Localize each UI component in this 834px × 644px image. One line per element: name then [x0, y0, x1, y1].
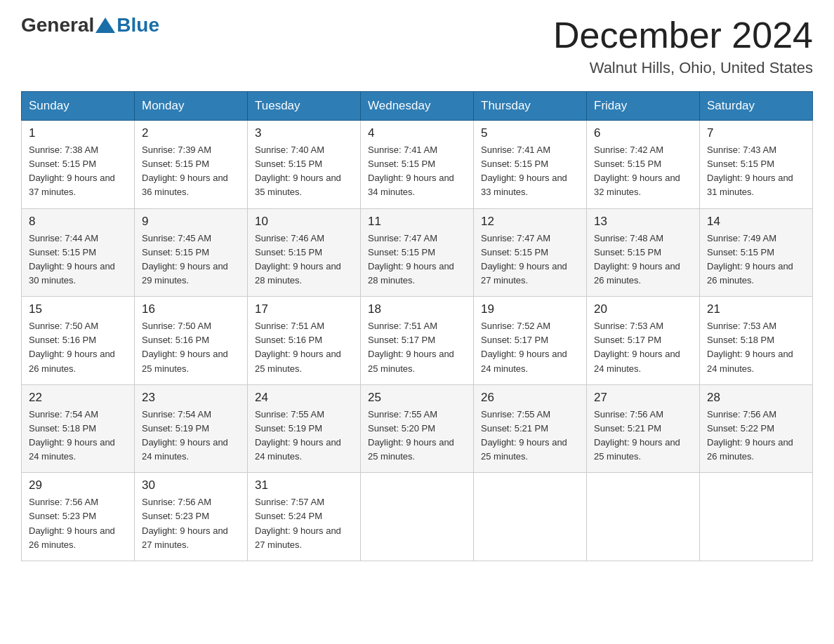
day-number: 23 — [142, 391, 240, 405]
day-number: 17 — [255, 302, 353, 316]
calendar-cell: 18 Sunrise: 7:51 AMSunset: 5:17 PMDaylig… — [361, 297, 474, 385]
location-title: Walnut Hills, Ohio, United States — [553, 59, 813, 77]
calendar-cell: 3 Sunrise: 7:40 AMSunset: 5:15 PMDayligh… — [248, 121, 361, 209]
calendar-cell: 31 Sunrise: 7:57 AMSunset: 5:24 PMDaylig… — [248, 473, 361, 561]
day-number: 20 — [594, 302, 692, 316]
logo-blue-text: Blue — [117, 14, 159, 36]
day-number: 9 — [142, 215, 240, 229]
day-number: 30 — [142, 478, 240, 492]
calendar-cell: 10 Sunrise: 7:46 AMSunset: 5:15 PMDaylig… — [248, 208, 361, 297]
month-title: December 2024 — [553, 14, 813, 56]
logo-general-text: General — [21, 14, 94, 36]
calendar-week-row: 29 Sunrise: 7:56 AMSunset: 5:23 PMDaylig… — [22, 473, 813, 561]
calendar-cell: 17 Sunrise: 7:51 AMSunset: 5:16 PMDaylig… — [248, 297, 361, 385]
calendar-title-area: December 2024 Walnut Hills, Ohio, United… — [553, 14, 813, 77]
day-header-saturday: Saturday — [700, 92, 813, 121]
calendar-week-row: 8 Sunrise: 7:44 AMSunset: 5:15 PMDayligh… — [22, 208, 813, 297]
logo: General Blue — [21, 14, 159, 36]
day-number: 11 — [368, 215, 466, 229]
day-number: 2 — [142, 126, 240, 140]
day-number: 25 — [368, 391, 466, 405]
calendar-cell: 22 Sunrise: 7:54 AMSunset: 5:18 PMDaylig… — [22, 384, 135, 473]
day-number: 21 — [707, 302, 805, 316]
day-number: 3 — [255, 126, 353, 140]
day-number: 15 — [29, 302, 127, 316]
page-header: General Blue December 2024 Walnut Hills,… — [21, 14, 813, 77]
calendar-cell: 11 Sunrise: 7:47 AMSunset: 5:15 PMDaylig… — [361, 208, 474, 297]
day-number: 8 — [29, 215, 127, 229]
calendar-week-row: 22 Sunrise: 7:54 AMSunset: 5:18 PMDaylig… — [22, 384, 813, 473]
day-number: 14 — [707, 215, 805, 229]
day-header-sunday: Sunday — [22, 92, 135, 121]
day-number: 29 — [29, 478, 127, 492]
day-info: Sunrise: 7:56 AMSunset: 5:23 PMDaylight:… — [142, 497, 228, 549]
day-number: 31 — [255, 478, 353, 492]
day-info: Sunrise: 7:41 AMSunset: 5:15 PMDaylight:… — [368, 145, 454, 197]
calendar-week-row: 1 Sunrise: 7:38 AMSunset: 5:15 PMDayligh… — [22, 121, 813, 209]
day-info: Sunrise: 7:51 AMSunset: 5:17 PMDaylight:… — [368, 321, 454, 373]
day-info: Sunrise: 7:50 AMSunset: 5:16 PMDaylight:… — [142, 321, 228, 373]
day-number: 27 — [594, 391, 692, 405]
calendar-cell: 14 Sunrise: 7:49 AMSunset: 5:15 PMDaylig… — [700, 208, 813, 297]
day-header-thursday: Thursday — [474, 92, 587, 121]
day-info: Sunrise: 7:47 AMSunset: 5:15 PMDaylight:… — [481, 233, 567, 286]
calendar-cell: 19 Sunrise: 7:52 AMSunset: 5:17 PMDaylig… — [474, 297, 587, 385]
calendar-cell: 9 Sunrise: 7:45 AMSunset: 5:15 PMDayligh… — [135, 208, 248, 297]
day-info: Sunrise: 7:56 AMSunset: 5:21 PMDaylight:… — [594, 409, 680, 462]
day-info: Sunrise: 7:44 AMSunset: 5:15 PMDaylight:… — [29, 233, 115, 286]
day-info: Sunrise: 7:48 AMSunset: 5:15 PMDaylight:… — [594, 233, 680, 286]
day-info: Sunrise: 7:53 AMSunset: 5:17 PMDaylight:… — [594, 321, 680, 373]
day-number: 6 — [594, 126, 692, 140]
calendar-cell: 7 Sunrise: 7:43 AMSunset: 5:15 PMDayligh… — [700, 121, 813, 209]
calendar-cell: 13 Sunrise: 7:48 AMSunset: 5:15 PMDaylig… — [587, 208, 700, 297]
day-info: Sunrise: 7:38 AMSunset: 5:15 PMDaylight:… — [29, 145, 115, 197]
day-number: 18 — [368, 302, 466, 316]
calendar-cell: 28 Sunrise: 7:56 AMSunset: 5:22 PMDaylig… — [700, 384, 813, 473]
day-header-friday: Friday — [587, 92, 700, 121]
calendar-table: SundayMondayTuesdayWednesdayThursdayFrid… — [21, 91, 813, 561]
day-number: 5 — [481, 126, 579, 140]
day-header-tuesday: Tuesday — [248, 92, 361, 121]
day-header-monday: Monday — [135, 92, 248, 121]
day-info: Sunrise: 7:55 AMSunset: 5:21 PMDaylight:… — [481, 409, 567, 462]
day-number: 10 — [255, 215, 353, 229]
calendar-cell — [361, 473, 474, 561]
day-header-wednesday: Wednesday — [361, 92, 474, 121]
calendar-cell: 21 Sunrise: 7:53 AMSunset: 5:18 PMDaylig… — [700, 297, 813, 385]
calendar-cell: 12 Sunrise: 7:47 AMSunset: 5:15 PMDaylig… — [474, 208, 587, 297]
calendar-cell — [700, 473, 813, 561]
calendar-cell: 8 Sunrise: 7:44 AMSunset: 5:15 PMDayligh… — [22, 208, 135, 297]
day-info: Sunrise: 7:42 AMSunset: 5:15 PMDaylight:… — [594, 145, 680, 197]
day-number: 4 — [368, 126, 466, 140]
calendar-cell: 25 Sunrise: 7:55 AMSunset: 5:20 PMDaylig… — [361, 384, 474, 473]
calendar-cell: 6 Sunrise: 7:42 AMSunset: 5:15 PMDayligh… — [587, 121, 700, 209]
day-number: 16 — [142, 302, 240, 316]
day-info: Sunrise: 7:46 AMSunset: 5:15 PMDaylight:… — [255, 233, 341, 286]
day-info: Sunrise: 7:56 AMSunset: 5:22 PMDaylight:… — [707, 409, 793, 462]
day-number: 1 — [29, 126, 127, 140]
day-info: Sunrise: 7:50 AMSunset: 5:16 PMDaylight:… — [29, 321, 115, 373]
calendar-cell: 15 Sunrise: 7:50 AMSunset: 5:16 PMDaylig… — [22, 297, 135, 385]
day-number: 12 — [481, 215, 579, 229]
day-info: Sunrise: 7:43 AMSunset: 5:15 PMDaylight:… — [707, 145, 793, 197]
day-info: Sunrise: 7:56 AMSunset: 5:23 PMDaylight:… — [29, 497, 115, 549]
day-info: Sunrise: 7:54 AMSunset: 5:18 PMDaylight:… — [29, 409, 115, 462]
day-info: Sunrise: 7:40 AMSunset: 5:15 PMDaylight:… — [255, 145, 341, 197]
calendar-cell: 24 Sunrise: 7:55 AMSunset: 5:19 PMDaylig… — [248, 384, 361, 473]
day-header-row: SundayMondayTuesdayWednesdayThursdayFrid… — [22, 92, 813, 121]
day-info: Sunrise: 7:47 AMSunset: 5:15 PMDaylight:… — [368, 233, 454, 286]
day-number: 19 — [481, 302, 579, 316]
day-info: Sunrise: 7:51 AMSunset: 5:16 PMDaylight:… — [255, 321, 341, 373]
day-number: 28 — [707, 391, 805, 405]
day-info: Sunrise: 7:39 AMSunset: 5:15 PMDaylight:… — [142, 145, 228, 197]
day-number: 7 — [707, 126, 805, 140]
calendar-cell: 16 Sunrise: 7:50 AMSunset: 5:16 PMDaylig… — [135, 297, 248, 385]
day-number: 22 — [29, 391, 127, 405]
day-info: Sunrise: 7:57 AMSunset: 5:24 PMDaylight:… — [255, 497, 341, 549]
day-number: 26 — [481, 391, 579, 405]
calendar-cell — [474, 473, 587, 561]
calendar-cell: 1 Sunrise: 7:38 AMSunset: 5:15 PMDayligh… — [22, 121, 135, 209]
calendar-cell: 23 Sunrise: 7:54 AMSunset: 5:19 PMDaylig… — [135, 384, 248, 473]
calendar-cell: 20 Sunrise: 7:53 AMSunset: 5:17 PMDaylig… — [587, 297, 700, 385]
calendar-week-row: 15 Sunrise: 7:50 AMSunset: 5:16 PMDaylig… — [22, 297, 813, 385]
